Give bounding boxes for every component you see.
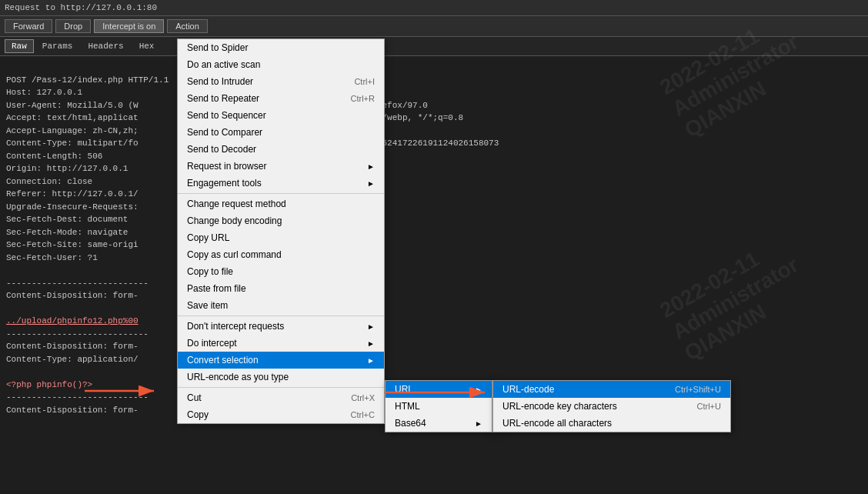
menu-copy[interactable]: Copy Ctrl+C [178, 406, 384, 423]
menu-send-comparer[interactable]: Send to Comparer [178, 124, 384, 141]
submenu-urldecode: URL-decode Ctrl+Shift+U URL-encode key c… [492, 380, 731, 432]
line-8: Origin: http://127.0.0.1 [6, 164, 128, 173]
menu-send-sequencer[interactable]: Send to Sequencer [178, 107, 384, 124]
menu-dont-intercept[interactable]: Don't intercept requests ► [178, 318, 384, 335]
tab-raw[interactable]: Raw [5, 39, 34, 53]
line-11: Upgrade-Insecure-Requests: [6, 202, 139, 212]
arrow-base64: ► [475, 419, 482, 428]
menu-change-encoding[interactable]: Change body encoding [178, 212, 384, 229]
menu-engagement-tools[interactable]: Engagement tools ► [178, 175, 384, 192]
code-area: POST /Pass-12/index.php HTTP/1.1 Host: 1… [0, 56, 868, 434]
line-12: Sec-Fetch-Dest: document [6, 215, 128, 224]
arrow-dont-intercept: ► [367, 322, 375, 331]
line-7: Content-Length: 506 [6, 152, 102, 161]
menu-send-repeater[interactable]: Send to Repeater Ctrl+R [178, 90, 384, 107]
action-button[interactable]: Action [167, 19, 208, 33]
submenu-base64-item[interactable]: Base64 ► [386, 415, 492, 432]
request-label: Request to http://127.0.0.1:80 [5, 3, 157, 12]
menu-send-decoder[interactable]: Send to Decoder [178, 141, 384, 158]
submenu-url: URL ► HTML Base64 ► [385, 380, 492, 432]
context-menu: Send to Spider Do an active scan Send to… [177, 38, 385, 424]
menu-convert-selection[interactable]: Convert selection ► [178, 352, 384, 369]
line-1: POST /Pass-12/index.php HTTP/1.1 [6, 75, 169, 85]
separator-3 [178, 387, 384, 388]
shortcut-repeater: Ctrl+R [351, 94, 375, 103]
toolbar: Forward Drop Intercept is on Action [0, 16, 868, 37]
line-9: Connection: close [6, 177, 92, 186]
separator-2 [178, 315, 384, 316]
line-15: Sec-Fetch-User: ?1 [6, 253, 98, 262]
menu-copy-url[interactable]: Copy URL [178, 229, 384, 246]
menu-paste-file[interactable]: Paste from file [178, 280, 384, 297]
line-14: Sec-Fetch-Site: same-origi [6, 240, 139, 249]
line-php: <?php phpinfo()?> [6, 380, 92, 389]
line-content-disp3: Content-Disposition: form- [6, 406, 139, 415]
menu-copy-curl[interactable]: Copy as curl command [178, 246, 384, 263]
shortcut-copy: Ctrl+C [351, 410, 375, 419]
tab-hex[interactable]: Hex [132, 39, 162, 53]
arrow-url: ► [475, 386, 482, 394]
submenu-url-item[interactable]: URL ► [386, 381, 492, 398]
menu-active-scan[interactable]: Do an active scan [178, 56, 384, 73]
arrow-request-browser: ► [367, 162, 375, 171]
tab-params[interactable]: Params [35, 39, 80, 53]
tabs-bar: Raw Params Headers Hex [0, 37, 868, 56]
forward-button[interactable]: Forward [5, 19, 52, 33]
top-bar: Request to http://127.0.0.1:80 [0, 0, 868, 16]
arrow-engagement: ► [367, 179, 375, 188]
menu-copy-file[interactable]: Copy to file [178, 263, 384, 280]
shortcut-cut: Ctrl+X [351, 393, 375, 402]
line-13: Sec-Fetch-Mode: navigate [6, 228, 128, 237]
menu-send-intruder[interactable]: Send to Intruder Ctrl+I [178, 73, 384, 90]
menu-cut[interactable]: Cut Ctrl+X [178, 389, 384, 406]
line-upload: ../upload/phpinfo12.php%00 [6, 316, 139, 325]
arrow-convert: ► [367, 356, 375, 365]
submenu-url-encode-key[interactable]: URL-encode key characters Ctrl+U [493, 398, 730, 415]
menu-send-spider[interactable]: Send to Spider [178, 39, 384, 56]
submenu-url-decode[interactable]: URL-decode Ctrl+Shift+U [493, 381, 730, 398]
submenu-url-encode-all[interactable]: URL-encode all characters [493, 415, 730, 432]
menu-save-item[interactable]: Save item [178, 297, 384, 314]
arrow-do-intercept: ► [367, 339, 375, 348]
separator-1 [178, 193, 384, 194]
tab-headers[interactable]: Headers [81, 39, 130, 53]
line-separator2: ---------------------------- [6, 329, 149, 339]
shortcut-url-encode-key: Ctrl+U [697, 402, 721, 411]
menu-url-encode-type[interactable]: URL-encode as you type [178, 369, 384, 386]
line-content-disp1: Content-Disposition: form- [6, 291, 139, 300]
menu-change-method[interactable]: Change request method [178, 195, 384, 212]
line-10: Referer: http://127.0.0.1/ [6, 189, 139, 199]
line-2: Host: 127.0.0.1 [6, 88, 82, 97]
line-blank2 [6, 304, 12, 313]
line-separator3: ---------------------------- [6, 392, 149, 402]
line-blank1 [6, 265, 12, 275]
shortcut-intruder: Ctrl+I [354, 77, 375, 86]
submenu-html-item[interactable]: HTML [386, 398, 492, 415]
menu-do-intercept[interactable]: Do intercept ► [178, 335, 384, 352]
intercept-button[interactable]: Intercept is on [94, 19, 164, 33]
shortcut-url-decode: Ctrl+Shift+U [675, 385, 721, 394]
line-separator1: ---------------------------- [6, 279, 149, 288]
drop-button[interactable]: Drop [55, 19, 91, 33]
menu-request-browser[interactable]: Request in browser ► [178, 158, 384, 175]
line-blank3 [6, 367, 12, 376]
